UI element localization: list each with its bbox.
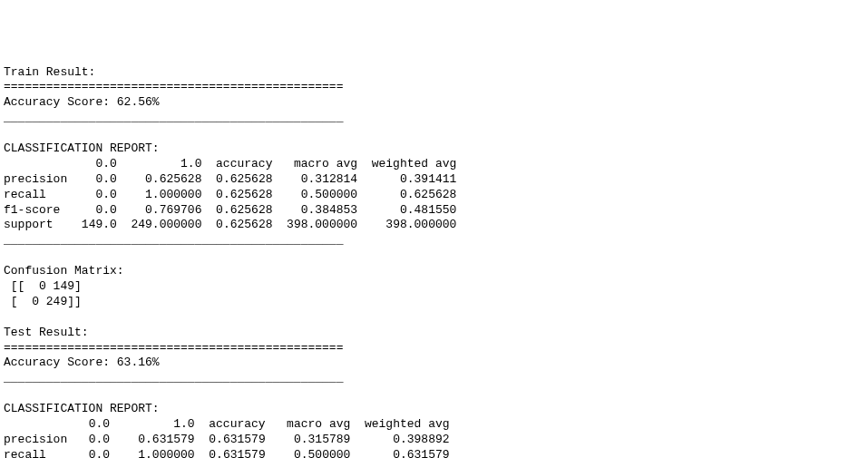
train-sep-dbl: ========================================… [4,80,343,93]
train-report-title: CLASSIFICATION REPORT: [4,141,160,155]
test-report-title: CLASSIFICATION REPORT: [4,402,160,415]
test-report-row-precision: precision 0.0 0.631579 0.631579 0.315789… [4,433,450,446]
train-report-header: 0.0 1.0 accuracy macro avg weighted avg [4,157,456,171]
test-sep1: ________________________________________… [4,371,343,385]
train-report-row-recall: recall 0.0 1.000000 0.625628 0.500000 0.… [4,188,456,201]
train-cm-title: Confusion Matrix: [4,264,131,278]
test-report-header: 0.0 1.0 accuracy macro avg weighted avg [4,417,450,431]
train-cm-row0: [[ 0 149] [4,279,82,293]
train-sep2: ________________________________________… [4,233,343,247]
train-report-row-support: support 149.0 249.000000 0.625628 398.00… [4,218,456,231]
train-cm-row1: [ 0 249]] [4,295,82,308]
test-accuracy: Accuracy Score: 63.16% [4,356,160,369]
train-title: Train Result: [4,65,95,79]
train-report-row-f1: f1-score 0.0 0.769706 0.625628 0.384853 … [4,203,456,217]
test-report-row-recall: recall 0.0 1.000000 0.631579 0.500000 0.… [4,448,450,458]
test-title: Test Result: [4,326,89,339]
console-output: Train Result: ==========================… [4,65,864,458]
train-report-row-precision: precision 0.0 0.625628 0.625628 0.312814… [4,172,456,186]
train-sep1: ________________________________________… [4,111,343,124]
train-accuracy: Accuracy Score: 62.56% [4,95,160,109]
test-sep-dbl: ========================================… [4,341,343,355]
